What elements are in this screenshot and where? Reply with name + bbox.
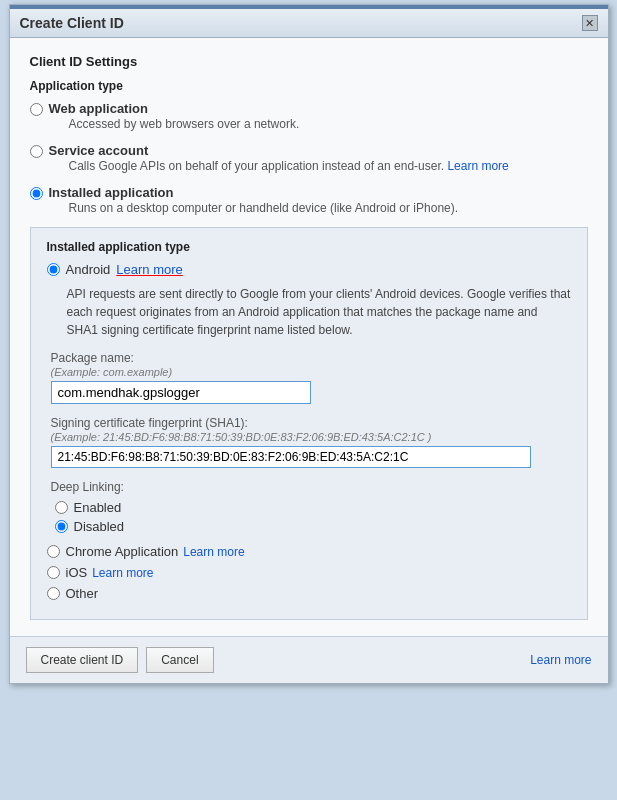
service-account-radio[interactable] [30,145,43,158]
disabled-option: Disabled [55,519,571,534]
service-account-desc: Calls Google APIs on behalf of your appl… [69,159,509,173]
other-label: Other [66,586,99,601]
dialog-footer: Create client ID Cancel Learn more [10,636,608,683]
ios-label: iOS [66,565,88,580]
ios-option: iOS Learn more [47,565,571,580]
disabled-label: Disabled [74,519,125,534]
installed-app-radio[interactable] [30,187,43,200]
package-name-group: Package name: (Example: com.example) [51,351,571,404]
client-id-settings-title: Client ID Settings [30,54,588,69]
chrome-app-option: Chrome Application Learn more [47,544,571,559]
installed-app-type-title: Installed application type [47,240,571,254]
footer-learn-more-link[interactable]: Learn more [530,653,591,667]
android-row: Android Learn more [47,262,571,277]
enabled-radio[interactable] [55,501,68,514]
service-account-option: Service account Calls Google APIs on beh… [30,143,588,177]
ios-radio[interactable] [47,566,60,579]
chrome-learn-more-link[interactable]: Learn more [183,545,244,559]
ios-learn-more-link[interactable]: Learn more [92,566,153,580]
package-name-input[interactable] [51,381,311,404]
deep-linking-label: Deep Linking: [51,480,571,494]
web-app-radio[interactable] [30,103,43,116]
signing-cert-group: Signing certificate fingerprint (SHA1): … [51,416,571,468]
enabled-option: Enabled [55,500,571,515]
dialog-content: Client ID Settings Application type Web … [10,38,608,636]
android-radio[interactable] [47,263,60,276]
other-option: Other [47,586,571,601]
signing-cert-input[interactable] [51,446,531,468]
app-type-title: Application type [30,79,588,93]
create-client-id-dialog: Create Client ID ✕ Client ID Settings Ap… [9,4,609,684]
signing-cert-label: Signing certificate fingerprint (SHA1): [51,416,571,430]
service-account-label: Service account [49,143,509,158]
package-name-label: Package name: [51,351,571,365]
deep-linking-section: Deep Linking: Enabled Disabled [51,480,571,534]
close-button[interactable]: ✕ [582,15,598,31]
disabled-radio[interactable] [55,520,68,533]
dialog-titlebar: Create Client ID ✕ [10,9,608,38]
create-client-id-button[interactable]: Create client ID [26,647,139,673]
web-app-option: Web application Accessed by web browsers… [30,101,588,135]
service-account-learn-more-link[interactable]: Learn more [447,159,508,173]
chrome-app-label: Chrome Application [66,544,179,559]
web-app-label: Web application [49,101,300,116]
android-label: Android [66,262,111,277]
installed-app-label: Installed application [49,185,459,200]
chrome-app-radio[interactable] [47,545,60,558]
other-apps-section: Chrome Application Learn more iOS Learn … [47,544,571,601]
installed-app-option: Installed application Runs on a desktop … [30,185,588,219]
android-api-desc: API requests are sent directly to Google… [67,285,571,339]
footer-buttons: Create client ID Cancel [26,647,214,673]
installed-app-desc: Runs on a desktop computer or handheld d… [69,201,459,215]
other-radio[interactable] [47,587,60,600]
enabled-label: Enabled [74,500,122,515]
signing-cert-example: (Example: 21:45:BD:F6:98:B8:71:50:39:BD:… [51,431,571,443]
installed-app-section: Installed application type Android Learn… [30,227,588,620]
web-app-desc: Accessed by web browsers over a network. [69,117,300,131]
cancel-button[interactable]: Cancel [146,647,213,673]
android-learn-more-link[interactable]: Learn more [116,262,182,277]
package-name-example: (Example: com.example) [51,366,571,378]
dialog-title: Create Client ID [20,15,124,31]
